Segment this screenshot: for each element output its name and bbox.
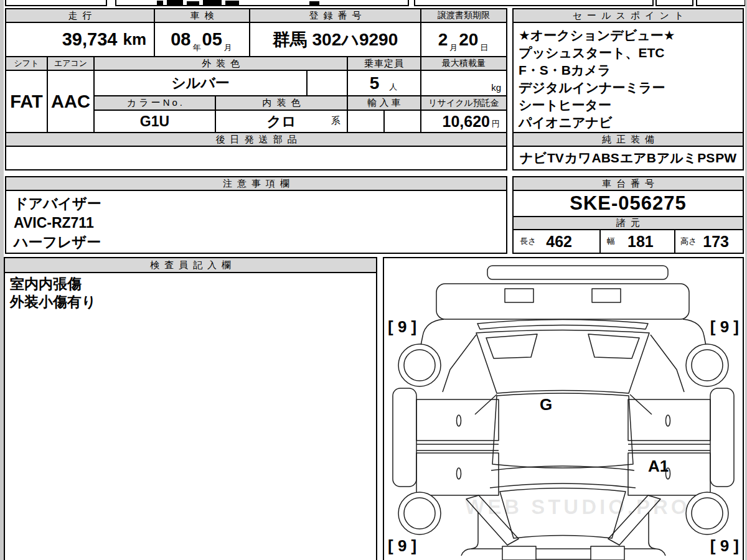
roof-panel: [492, 393, 633, 468]
inspector-box: 検査員記入欄 室内内張傷 外装小傷有り: [4, 257, 377, 560]
windshield: [476, 330, 649, 394]
rear-roof-curve2: [490, 483, 636, 488]
sales-point-line: ★オークションデビュー★: [519, 27, 675, 44]
cutoff-row-cell: [696, 0, 746, 6]
sales-points-header: セールスポイント: [512, 8, 744, 23]
cutoff-text-fragment: [167, 0, 183, 6]
aircon-value: AAC: [47, 70, 95, 133]
equipment-item: TV: [547, 151, 564, 166]
front-bumper-body: [436, 284, 689, 319]
diagram-corner-mark-front-left: [ 9 ]: [388, 317, 416, 336]
front-lamp-left: [505, 289, 533, 302]
fender-slant-left: [443, 335, 476, 392]
inspector-line: 外装小傷有り: [10, 293, 376, 311]
front-fender-right-edge: [683, 319, 706, 345]
import-car-cell: [383, 110, 421, 133]
capacity-value: 5 人: [347, 70, 421, 96]
registration-header: 登録番号: [249, 8, 421, 23]
sales-points-box: ★オークションデビュー★ プッシュスタート、ETC F・S・Bカメラ デジタルイ…: [512, 22, 744, 133]
chassis-value: SKE-056275: [512, 190, 744, 217]
car-top-view-diagram: WEB STUDIO.PRO G A1 [ 9 ] [ 9 ] [ 9 ] [ …: [384, 259, 743, 560]
inspector-header: 検査員記入欄: [5, 258, 376, 273]
car-diagram-box: WEB STUDIO.PRO G A1 [ 9 ] [ 9 ] [ 9 ] [ …: [383, 257, 744, 560]
watermark-text: WEB STUDIO.PRO: [465, 495, 690, 518]
diagram-corner-mark-front-right: [ 9 ]: [710, 317, 739, 336]
door-handle: [666, 415, 670, 426]
front-fender-left-edge: [421, 319, 444, 345]
wiper-right: [588, 334, 639, 358]
equipment-box: ナビ TV カワ ABS エアB アルミ PS PW: [512, 146, 744, 170]
cutoff-text-fragment: [187, 1, 199, 5]
spec-height-cell: 高さ 173: [674, 229, 744, 254]
transfer-deadline-header: 譲渡書類期限: [420, 8, 507, 23]
chassis-header: 車台番号: [512, 176, 744, 191]
notes-header: 注意事項欄: [5, 176, 507, 191]
interior-color-header: 内装色: [215, 95, 348, 111]
front-left-wheel: [398, 344, 441, 386]
later-shipping-box: [5, 146, 507, 170]
wiper-left: [486, 334, 537, 358]
interior-color-value: クロ 系: [215, 110, 348, 133]
notes-line: ハーフレザー: [14, 233, 101, 252]
tail-lamp-left: [502, 546, 536, 560]
diagram-mark-roof: G: [540, 395, 552, 414]
rear-right-wheel: [686, 492, 728, 534]
cutoff-text-fragment: [225, 1, 239, 5]
equipment-item: エアB: [620, 149, 656, 167]
cutoff-text-fragment: [157, 1, 163, 5]
sales-point-line: プッシュスタート、ETC: [519, 44, 675, 62]
later-shipping-header: 後日発送部品: [5, 132, 507, 147]
import-car-header: 輸入車: [347, 95, 421, 111]
page-edge-left: [0, 0, 4, 560]
rear-bumper-right: [624, 549, 665, 556]
import-car-cell: [347, 110, 385, 133]
inspector-line: 室内内張傷: [10, 275, 376, 293]
fender-slant-right: [651, 335, 684, 392]
shift-header: シフト: [5, 56, 48, 71]
color-no-value: G1U: [93, 110, 216, 133]
max-load-value: kg: [420, 70, 507, 96]
sales-point-line: シートヒーター: [519, 96, 675, 114]
inspection-value: 08 年 05 月: [154, 22, 250, 57]
cutoff-row-cell: [5, 0, 107, 6]
sales-point-line: デジタルインナーミラー: [519, 79, 675, 96]
rear-door-left: [416, 453, 499, 495]
rear-bumper-left: [461, 549, 502, 556]
equipment-item: アルミ: [657, 149, 697, 167]
notes-box: ドアバイザー AVIC-RZ711 ハーフレザー: [5, 190, 507, 254]
spec-length-cell: 長さ 462: [512, 229, 601, 254]
rocker-panel-right: [710, 388, 734, 487]
front-door-left: [416, 399, 499, 441]
equipment-item: PS: [697, 151, 715, 166]
notes-line: AVIC-RZ711: [14, 213, 101, 233]
cutoff-text-fragment: [203, 0, 222, 6]
front-bumper-strip: [487, 266, 668, 279]
mileage-value: 39,734 km: [5, 22, 155, 57]
tail-lamp-right: [591, 546, 624, 560]
mileage-header: 走行: [5, 8, 155, 23]
front-right-wheel: [686, 344, 728, 386]
cowl-band: [477, 320, 648, 330]
notes-line: ドアバイザー: [14, 194, 101, 213]
front-door-right: [628, 399, 710, 441]
shift-value: FAT: [5, 70, 48, 133]
equipment-header: 純正装備: [512, 132, 744, 147]
equipment-item: PW: [715, 151, 736, 166]
equipment-item: ABS: [592, 151, 619, 166]
recycle-deposit-value: 10,620 円: [420, 110, 507, 133]
cutoff-text-fragment: [309, 1, 319, 5]
cutoff-row-cell: [655, 0, 693, 6]
rocker-panel-left: [393, 388, 416, 487]
exterior-color-sub-cell: [306, 70, 348, 96]
sales-point-line: F・S・Bカメラ: [519, 62, 675, 79]
door-handle: [457, 468, 461, 479]
cutoff-row-cell: [414, 0, 654, 6]
front-lamp-right: [592, 289, 621, 302]
capacity-header: 乗車定員: [347, 56, 421, 71]
rear-door-right: [628, 453, 710, 495]
pillar-lines: [475, 394, 652, 414]
trunk-lines: [536, 549, 591, 559]
diagram-corner-mark-rear-left: [ 9 ]: [388, 536, 416, 555]
transfer-deadline-value: 2 月 20 日: [420, 22, 507, 57]
equipment-item: ナビ: [520, 149, 547, 167]
